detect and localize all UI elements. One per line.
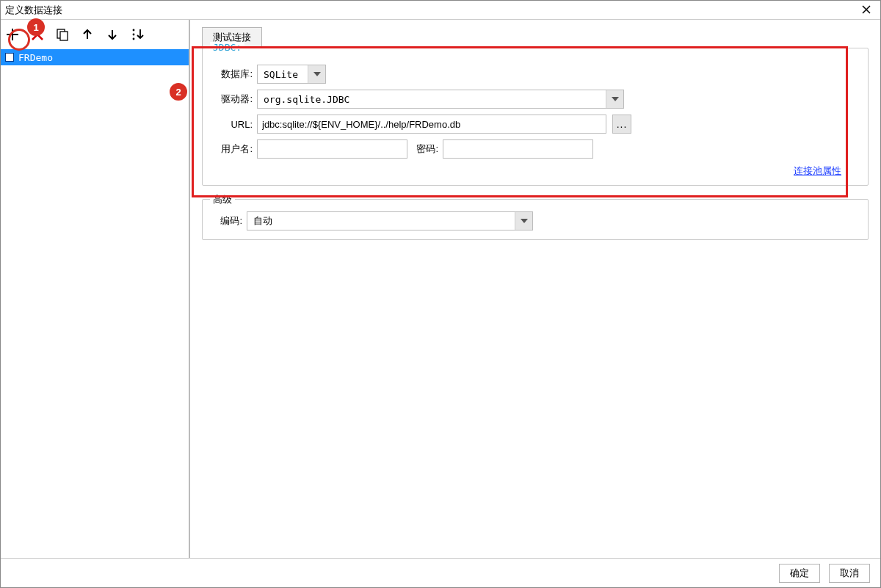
- username-label: 用户名:: [211, 142, 257, 156]
- pool-properties-link[interactable]: 连接池属性: [794, 165, 841, 176]
- advanced-panel: 高级 编码: 自动: [202, 199, 869, 240]
- svg-rect-1: [60, 32, 68, 40]
- connection-list-item[interactable]: FRDemo: [1, 49, 189, 65]
- row-credentials: 用户名: 密码:: [211, 139, 859, 159]
- encoding-label: 编码:: [211, 214, 247, 228]
- row-encoding: 编码: 自动: [211, 211, 859, 231]
- row-url: URL: ...: [211, 115, 859, 134]
- sort-button[interactable]: [128, 26, 146, 43]
- database-value: SQLite: [258, 69, 308, 80]
- annotation-ring-1: [8, 29, 30, 51]
- connection-name: FRDemo: [18, 52, 53, 63]
- database-select[interactable]: SQLite: [257, 65, 326, 84]
- jdbc-panel: JDBC: 数据库: SQLite 驱动器: org.sqlite.JDBC: [202, 48, 869, 186]
- svg-point-4: [133, 38, 135, 40]
- dialog-footer: 确定 取消: [1, 558, 880, 587]
- url-browse-button[interactable]: ...: [612, 115, 631, 134]
- driver-select[interactable]: org.sqlite.JDBC: [257, 90, 624, 109]
- connection-icon: [5, 53, 14, 62]
- ok-button[interactable]: 确定: [779, 564, 820, 583]
- username-input[interactable]: [257, 139, 407, 159]
- annotation-badge-1: 1: [27, 18, 45, 36]
- move-down-button[interactable]: [104, 26, 121, 43]
- encoding-select[interactable]: 自动: [247, 211, 533, 231]
- password-input[interactable]: [443, 139, 593, 159]
- move-up-button[interactable]: [79, 26, 96, 43]
- tab-row: 测试连接: [202, 27, 869, 48]
- window-title: 定义数据连接: [5, 4, 857, 17]
- encoding-value: 自动: [247, 214, 515, 228]
- chevron-down-icon: [308, 65, 325, 83]
- close-icon[interactable]: [857, 2, 876, 18]
- annotation-badge-2: 2: [170, 83, 187, 101]
- row-database: 数据库: SQLite: [211, 65, 859, 84]
- svg-point-3: [133, 34, 135, 36]
- chevron-down-icon: [606, 90, 623, 108]
- left-pane: FRDemo: [1, 20, 190, 558]
- advanced-legend: 高级: [210, 193, 235, 206]
- dialog-window: 定义数据连接: [0, 0, 881, 588]
- url-label: URL:: [211, 119, 257, 130]
- jdbc-legend: JDBC:: [210, 42, 244, 53]
- driver-value: org.sqlite.JDBC: [258, 94, 606, 105]
- url-input[interactable]: [257, 115, 606, 134]
- database-label: 数据库:: [211, 68, 257, 81]
- driver-label: 驱动器:: [211, 92, 257, 106]
- pool-link-row: 连接池属性: [211, 164, 859, 178]
- title-bar: 定义数据连接: [1, 1, 880, 20]
- cancel-button[interactable]: 取消: [829, 564, 870, 583]
- svg-point-2: [133, 29, 135, 32]
- right-pane: 测试连接 JDBC: 数据库: SQLite 驱动器: org.sqlite.J…: [190, 20, 880, 558]
- dialog-body: FRDemo 测试连接 JDBC: 数据库: SQLite: [1, 20, 880, 558]
- copy-button[interactable]: [54, 26, 71, 43]
- password-label: 密码:: [407, 142, 443, 156]
- row-driver: 驱动器: org.sqlite.JDBC: [211, 90, 859, 109]
- chevron-down-icon: [515, 212, 532, 230]
